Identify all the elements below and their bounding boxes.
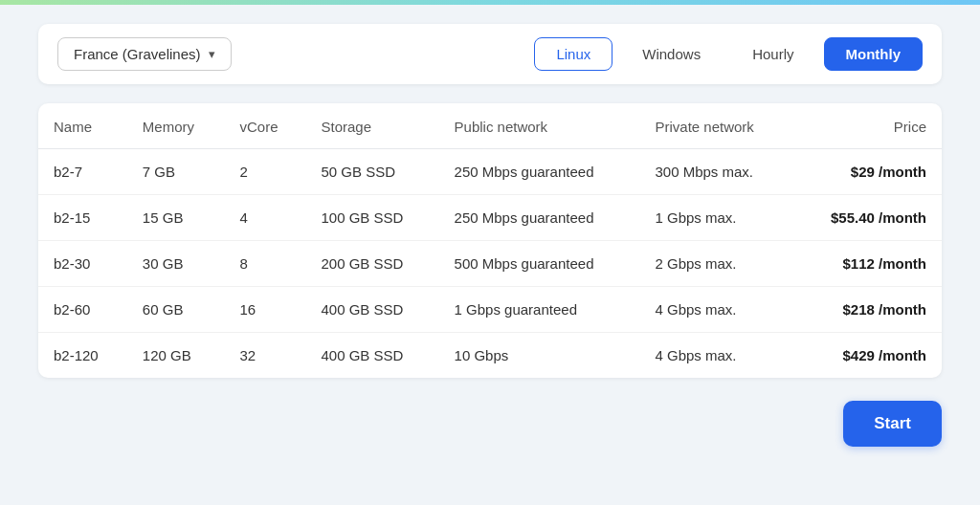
cell-private_network: 1 Gbps max. — [639, 195, 792, 241]
price-unit: /month — [875, 209, 926, 226]
tab-linux[interactable]: Linux — [534, 37, 612, 71]
price-unit: /month — [875, 301, 926, 318]
cell-price: $55.40 /month — [792, 195, 942, 241]
cell-vcore: 4 — [225, 195, 306, 241]
tab-hourly[interactable]: Hourly — [730, 37, 815, 71]
col-header-private-network: Private network — [639, 103, 792, 149]
cell-public_network: 1 Gbps guaranteed — [439, 287, 640, 333]
tab-monthly[interactable]: Monthly — [824, 37, 924, 71]
col-header-vcore: vCore — [225, 103, 306, 149]
cell-private_network: 2 Gbps max. — [639, 241, 792, 287]
cell-private_network: 4 Gbps max. — [639, 333, 792, 379]
cell-storage: 50 GB SSD — [305, 149, 438, 195]
footer-row: Start — [38, 401, 942, 447]
cell-memory: 7 GB — [127, 149, 225, 195]
cell-name: b2-7 — [38, 149, 127, 195]
cell-public_network: 500 Mbps guaranteed — [439, 241, 640, 287]
cell-memory: 15 GB — [127, 195, 225, 241]
cell-memory: 60 GB — [127, 287, 225, 333]
cell-name: b2-60 — [38, 287, 127, 333]
main-container: France (Gravelines) ▾ Linux Windows Hour… — [0, 5, 980, 505]
table-row[interactable]: b2-120120 GB32400 GB SSD10 Gbps4 Gbps ma… — [38, 333, 942, 379]
col-header-memory: Memory — [127, 103, 225, 149]
table-row[interactable]: b2-77 GB250 GB SSD250 Mbps guaranteed300… — [38, 149, 942, 195]
table-row[interactable]: b2-1515 GB4100 GB SSD250 Mbps guaranteed… — [38, 195, 942, 241]
col-header-name: Name — [38, 103, 127, 149]
cell-private_network: 4 Gbps max. — [639, 287, 792, 333]
region-label: France (Gravelines) — [74, 46, 201, 62]
tab-group: Linux Windows Hourly Monthly — [534, 37, 923, 71]
chevron-down-icon: ▾ — [209, 47, 215, 61]
cell-storage: 400 GB SSD — [305, 287, 438, 333]
toolbar: France (Gravelines) ▾ Linux Windows Hour… — [38, 24, 942, 84]
price-value: $218 — [842, 301, 874, 318]
cell-vcore: 8 — [225, 241, 306, 287]
price-value: $429 — [842, 347, 874, 363]
cell-memory: 120 GB — [127, 333, 225, 379]
price-unit: /month — [875, 255, 926, 272]
cell-price: $218 /month — [792, 287, 942, 333]
cell-price: $29 /month — [792, 149, 942, 195]
table-header-row: Name Memory vCore Storage Public network… — [38, 103, 942, 149]
price-unit: /month — [875, 164, 926, 180]
cell-name: b2-30 — [38, 241, 127, 287]
col-header-public-network: Public network — [439, 103, 640, 149]
pricing-table-container: Name Memory vCore Storage Public network… — [38, 103, 942, 378]
table-row[interactable]: b2-6060 GB16400 GB SSD1 Gbps guaranteed4… — [38, 287, 942, 333]
cell-storage: 200 GB SSD — [305, 241, 438, 287]
cell-public_network: 250 Mbps guaranteed — [439, 149, 640, 195]
cell-name: b2-120 — [38, 333, 127, 379]
col-header-price: Price — [792, 103, 942, 149]
cell-vcore: 2 — [225, 149, 306, 195]
pricing-table: Name Memory vCore Storage Public network… — [38, 103, 942, 378]
cell-memory: 30 GB — [127, 241, 225, 287]
cell-storage: 400 GB SSD — [305, 333, 438, 379]
cell-public_network: 10 Gbps — [439, 333, 640, 379]
price-value: $112 — [842, 255, 874, 272]
col-header-storage: Storage — [305, 103, 438, 149]
cell-private_network: 300 Mbps max. — [639, 149, 792, 195]
cell-price: $429 /month — [792, 333, 942, 379]
cell-vcore: 16 — [225, 287, 306, 333]
table-row[interactable]: b2-3030 GB8200 GB SSD500 Mbps guaranteed… — [38, 241, 942, 287]
price-value: $29 — [851, 164, 875, 180]
price-value: $55.40 — [831, 209, 875, 226]
cell-vcore: 32 — [225, 333, 306, 379]
cell-storage: 100 GB SSD — [305, 195, 438, 241]
cell-name: b2-15 — [38, 195, 127, 241]
price-unit: /month — [875, 347, 926, 363]
cell-public_network: 250 Mbps guaranteed — [439, 195, 640, 241]
tab-windows[interactable]: Windows — [620, 37, 723, 71]
region-selector-button[interactable]: France (Gravelines) ▾ — [57, 37, 232, 71]
start-button[interactable]: Start — [843, 401, 942, 447]
cell-price: $112 /month — [792, 241, 942, 287]
